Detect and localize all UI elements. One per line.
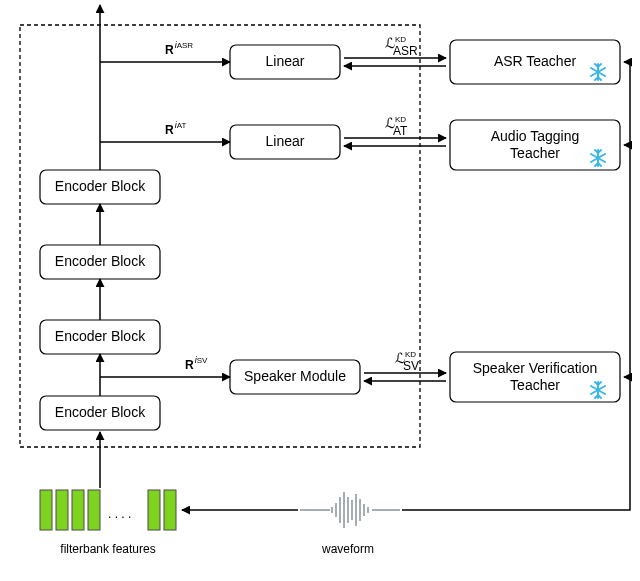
loss-at-sub: AT [393,124,408,138]
encoder-block-2-label: Encoder Block [55,328,146,344]
svg-rect-25 [164,490,176,530]
linear-asr-label: Linear [266,53,305,69]
svg-rect-22 [72,490,84,530]
encoder-block-4-label: Encoder Block [55,178,146,194]
at-teacher-label1: Audio Tagging [491,128,579,144]
speaker-module-label: Speaker Module [244,368,346,384]
bidir-arrow-at [344,138,446,146]
loss-asr-sub: ASR [393,44,418,58]
tap-asr-label: RiASR [165,40,193,57]
tap-at-label: RiAT [165,120,186,137]
svg-rect-23 [88,490,100,530]
svg-rect-21 [56,490,68,530]
linear-at-label: Linear [266,133,305,149]
svg-rect-24 [148,490,160,530]
sv-teacher-label1: Speaker Verification [473,360,598,376]
bidir-arrow-asr [344,58,446,66]
at-teacher-label2: Teacher [510,145,560,161]
filterbank-label: filterbank features [60,542,155,556]
filterbank-bars: . . . . [40,490,176,530]
bidir-arrow-sv [364,373,446,381]
waveform-label: waveform [321,542,374,556]
encoder-block-1-label: Encoder Block [55,404,146,420]
encoder-block-3-label: Encoder Block [55,253,146,269]
svg-rect-20 [40,490,52,530]
waveform-icon [300,492,400,528]
asr-teacher-label: ASR Teacher [494,53,577,69]
dots: . . . . [108,507,131,521]
sv-teacher-label2: Teacher [510,377,560,393]
tap-sv-label: RiSV [185,355,208,372]
loss-sv-sub: SV [403,359,419,373]
